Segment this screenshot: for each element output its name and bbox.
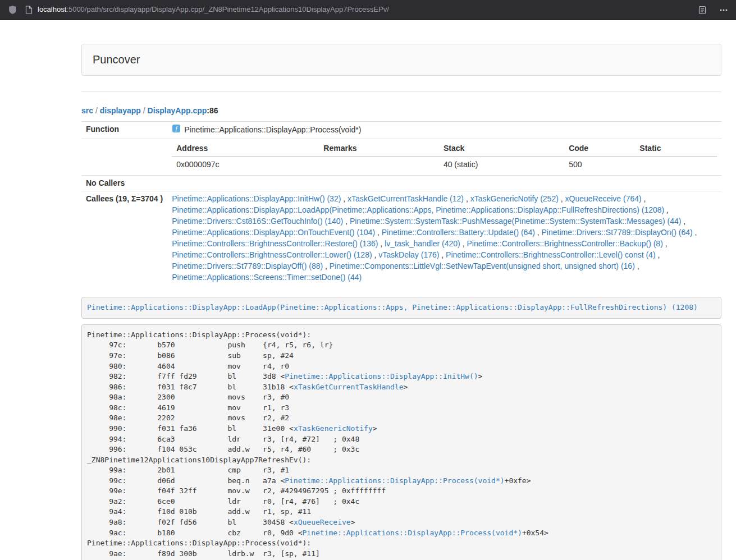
callee-link[interactable]: Pinetime::Applications::DisplayApp::OnTo… [172, 228, 375, 237]
metrics-cell: AddressRemarksStackCodeStatic 0x0000097c… [167, 139, 721, 175]
metrics-value: 0x0000097c [172, 157, 319, 173]
callee-link[interactable]: xTaskGetCurrentTaskHandle (12) [348, 194, 464, 203]
function-icon: f [172, 124, 181, 136]
callee-link[interactable]: xQueueReceive (764) [565, 194, 642, 203]
metrics-value [319, 157, 439, 173]
metrics-column-header: Static [635, 141, 717, 157]
no-callers-row: No Callers [81, 175, 721, 191]
metrics-value: 500 [564, 157, 635, 173]
tracking-protection-shield-icon[interactable] [8, 4, 17, 15]
callee-link[interactable]: Pinetime::Controllers::BrightnessControl… [172, 250, 372, 259]
page-container: Puncover src / displayapp / DisplayApp.c… [81, 44, 721, 560]
overflow-menu-icon[interactable] [719, 6, 728, 15]
callee-link[interactable]: Pinetime::Drivers::St7789::DisplayOff() … [172, 261, 323, 270]
assembly-symbol-link[interactable]: xTaskGetCurrentTaskHandle [294, 383, 404, 391]
no-callers-cell [167, 175, 721, 191]
assembly-symbol-link[interactable]: Pinetime::Applications::DisplayApp::Proc… [303, 529, 522, 537]
function-cell: f Pinetime::Applications::DisplayApp::Pr… [167, 121, 721, 139]
browser-toolbar: localhost:5000/path/src/displayapp/Displ… [0, 0, 736, 20]
breadcrumb-line-number: :86 [207, 106, 218, 115]
callee-link[interactable]: Pinetime::Applications::DisplayApp::Load… [172, 205, 664, 214]
callee-link[interactable]: vTaskDelay (176) [378, 250, 439, 259]
callee-link[interactable]: Pinetime::Applications::DisplayApp::Init… [172, 194, 341, 203]
callees-cell: Pinetime::Applications::DisplayApp::Init… [167, 191, 721, 286]
metrics-value [635, 157, 717, 173]
highlighted-callee-box: Pinetime::Applications::DisplayApp::Load… [81, 297, 721, 319]
reader-mode-icon[interactable] [698, 6, 707, 15]
callee-link[interactable]: Pinetime::Drivers::St7789::DisplayOn() (… [542, 228, 693, 237]
assembly-symbol-link[interactable]: Pinetime::Applications::DisplayApp::Init… [285, 372, 478, 380]
breadcrumb: src / displayapp / DisplayApp.cpp:86 [81, 105, 721, 117]
metrics-column-header: Code [564, 141, 635, 157]
assembly-symbol-link[interactable]: xQueueReceive [294, 518, 351, 526]
url-path: :5000/path/src/displayapp/DisplayApp.cpp… [66, 5, 389, 13]
no-callers-label: No Callers [81, 175, 167, 191]
breadcrumb-separator: / [93, 106, 100, 115]
callee-link[interactable]: Pinetime::Components::LittleVgl::SetNewT… [330, 261, 635, 270]
callee-link[interactable]: Pinetime::Controllers::BrightnessControl… [446, 250, 655, 259]
callees-label: Callees (19, Σ=3704 ) [81, 191, 167, 286]
metrics-table: AddressRemarksStackCodeStatic 0x0000097c… [172, 141, 717, 173]
metrics-row: AddressRemarksStackCodeStatic 0x0000097c… [81, 139, 721, 175]
metrics-column-header: Address [172, 141, 319, 157]
toolbar-actions [685, 6, 728, 15]
metrics-value: 40 (static) [439, 157, 564, 173]
callee-link[interactable]: Pinetime::Controllers::BrightnessControl… [172, 239, 378, 248]
callees-row: Callees (19, Σ=3704 ) Pinetime::Applicat… [81, 191, 721, 286]
breadcrumb-link[interactable]: DisplayApp.cpp [148, 106, 207, 115]
metrics-value-row: 0x0000097c40 (static)500 [172, 157, 717, 173]
function-row-label: Function [81, 121, 167, 139]
assembly-symbol-link[interactable]: xTaskGenericNotify [294, 424, 373, 433]
metrics-column-header: Stack [439, 141, 564, 157]
callee-link[interactable]: Pinetime::Controllers::BrightnessControl… [467, 239, 662, 248]
breadcrumb-link[interactable]: displayapp [100, 106, 141, 115]
divider [81, 91, 721, 92]
callee-link[interactable]: Pinetime::Controllers::Battery::Update()… [382, 228, 535, 237]
assembly-listing: Pinetime::Applications::DisplayApp::Proc… [81, 324, 721, 560]
metrics-column-header: Remarks [319, 141, 439, 157]
breadcrumb-separator: / [141, 106, 148, 115]
breadcrumb-link[interactable]: src [81, 106, 93, 115]
metrics-row-label-spacer [81, 139, 167, 175]
highlighted-callee-link[interactable]: Pinetime::Applications::DisplayApp::Load… [87, 303, 698, 311]
callee-link[interactable]: Pinetime::System::SystemTask::PushMessag… [350, 217, 682, 226]
callee-link[interactable]: Pinetime::Drivers::Cst816S::GetTouchInfo… [172, 217, 343, 226]
app-title-panel: Puncover [81, 44, 721, 76]
callee-link[interactable]: Pinetime::Applications::Screens::Timer::… [172, 273, 362, 282]
page-info-icon[interactable] [25, 6, 33, 14]
symbol-table: Function f Pinetime::Applications::Displ… [81, 121, 721, 286]
url-bar[interactable]: localhost:5000/path/src/displayapp/Displ… [25, 4, 685, 15]
function-row: Function f Pinetime::Applications::Displ… [81, 121, 721, 139]
url-text: localhost:5000/path/src/displayapp/Displ… [38, 4, 389, 15]
page-title: Puncover [93, 53, 140, 66]
metrics-header-row: AddressRemarksStackCodeStatic [172, 141, 717, 157]
url-host: localhost [38, 5, 66, 13]
callee-link[interactable]: xTaskGenericNotify (252) [470, 194, 559, 203]
assembly-symbol-link[interactable]: Pinetime::Applications::DisplayApp::Proc… [285, 476, 504, 485]
callee-link[interactable]: lv_task_handler (420) [385, 239, 460, 248]
function-name: Pinetime::Applications::DisplayApp::Proc… [184, 125, 361, 136]
